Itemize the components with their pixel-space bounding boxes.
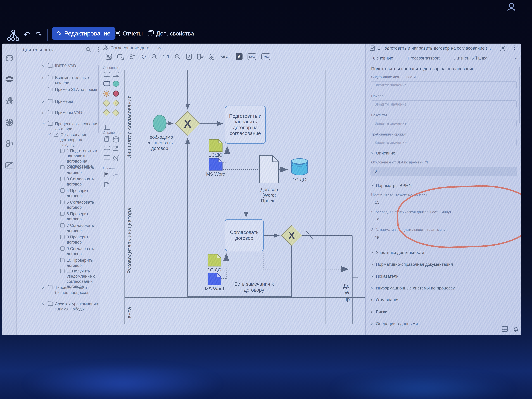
font-style-button[interactable]: A	[236, 53, 242, 60]
palette-page-shape[interactable]	[104, 181, 110, 188]
export-svg-button[interactable]: SVG	[247, 53, 256, 60]
diagram-tab[interactable]: Согласование дого... ✕	[103, 44, 161, 51]
properties-menu-icon[interactable]: ⋮	[512, 44, 517, 51]
palette-link-shape[interactable]	[112, 146, 119, 151]
section-bpmn-params[interactable]: > Параметры BPMN	[371, 183, 412, 188]
tree-item[interactable]: 9 Согласовать договор	[17, 246, 99, 256]
bell-icon[interactable]	[513, 326, 518, 332]
tree-item[interactable]: >Архитектура компании "Знамя Победы"	[17, 302, 99, 312]
palette-intermediate-event-shape[interactable]	[103, 90, 109, 97]
tree-item[interactable]: >Типовые модели бизнес-процессов	[17, 285, 99, 295]
tab-lifecycle[interactable]: Жизненный цикл	[454, 56, 488, 61]
tree-item[interactable]: 3 Согласовать договор	[17, 177, 99, 187]
document-blue-icon[interactable]	[208, 273, 221, 285]
chevron-right-icon[interactable]: >	[42, 285, 46, 290]
checkbox-icon[interactable]	[370, 45, 375, 51]
section-participants[interactable]: >Участники деятельности	[371, 250, 424, 255]
open-in-window-icon[interactable]	[499, 45, 506, 51]
palette-datastore-shape[interactable]	[112, 136, 119, 143]
section-deviations[interactable]: >Отклонения	[371, 298, 399, 302]
field-input[interactable]: Введите значение	[371, 81, 517, 89]
user-account-icon[interactable]	[506, 2, 517, 13]
zoom-out-icon[interactable]	[174, 54, 181, 60]
field-input[interactable]: Введите значение	[371, 100, 517, 108]
extra-properties-button[interactable]: Доп. свойства	[147, 28, 194, 39]
palette-callactivity-shape[interactable]	[103, 81, 110, 86]
layout-columns-icon[interactable]	[197, 54, 204, 60]
chevron-down-icon[interactable]: >	[41, 122, 46, 127]
tree-item[interactable]: 2 Согласовать договор	[17, 165, 99, 175]
tree-item[interactable]: 5 Согласовать договор	[17, 200, 99, 210]
zoom-reset-button[interactable]: 1:1	[163, 54, 169, 59]
undo-button[interactable]: ↶	[24, 30, 30, 39]
database-nav-icon[interactable]	[5, 55, 14, 62]
canvas-more-icon[interactable]: ⋮	[275, 53, 281, 60]
preview-export-icon[interactable]	[117, 54, 124, 60]
section-reference-docs[interactable]: >Нормативно-справочная документация	[371, 262, 453, 267]
tree-item[interactable]: 7 Согласовать договор	[17, 223, 99, 233]
field-input[interactable]: Введите значение	[371, 120, 517, 127]
cut-icon[interactable]	[209, 54, 215, 60]
artifact-document-shape[interactable]	[259, 155, 279, 184]
tree-item[interactable]: 8 Проверить договор	[17, 234, 99, 245]
document-blue-icon[interactable]	[209, 158, 223, 171]
tabs-chevron-down-icon[interactable]: ⌄	[514, 56, 518, 60]
palette-lane-shape[interactable]	[104, 125, 110, 130]
tab-process-passport[interactable]: ProcessPassport	[408, 56, 440, 61]
panel-divider[interactable]	[365, 44, 366, 335]
zoom-in-icon[interactable]	[151, 54, 158, 60]
tree-item[interactable]: 4 Проверить договор	[17, 188, 99, 198]
chevron-right-icon[interactable]: >	[42, 99, 46, 104]
panels-icon[interactable]	[106, 54, 112, 60]
app-logo-icon[interactable]	[7, 29, 19, 42]
palette-flow-start-shape[interactable]	[104, 171, 110, 177]
fit-screen-icon[interactable]	[186, 54, 192, 60]
chevron-right-icon[interactable]: >	[42, 110, 46, 115]
tree-item[interactable]: 10 Проверить договор	[17, 258, 99, 268]
reports-button[interactable]: Отчеты	[114, 28, 143, 39]
section-data-operations[interactable]: >Операции с данными	[371, 321, 418, 326]
tree-item[interactable]: >IDEF0-VAD	[17, 63, 99, 69]
chart-edit-nav-icon[interactable]	[5, 162, 14, 169]
palette-timer-shape[interactable]	[112, 154, 119, 161]
palette-end-event-shape[interactable]	[113, 90, 119, 97]
palette-subprocess-shape[interactable]	[113, 72, 119, 77]
chevron-right-icon[interactable]: >	[42, 302, 46, 307]
tree-item[interactable]: >Процесс согласования договора	[17, 121, 99, 132]
hexagons-nav-icon[interactable]	[5, 97, 14, 105]
tree-item[interactable]: >Согласование договора на закупку	[17, 132, 99, 147]
field-value[interactable]: 15	[375, 218, 379, 222]
activity-name-value[interactable]: Подготовить и направить договор на согла…	[371, 66, 516, 71]
document-yellow-icon[interactable]	[208, 254, 221, 266]
section-indicators[interactable]: >Показатели	[371, 274, 399, 279]
task-node[interactable]: Согласовать договор	[225, 219, 264, 251]
section-risks[interactable]: >Риски	[371, 309, 387, 314]
palette-object-shape[interactable]	[104, 146, 110, 150]
tree-item[interactable]: 6 Проверить договор	[17, 211, 99, 222]
palette-frame-shape[interactable]	[104, 155, 110, 160]
palette-start-event-shape[interactable]	[113, 81, 119, 87]
properties-scrollbar[interactable]	[519, 67, 520, 123]
palette-curve-shape[interactable]	[112, 171, 119, 177]
chevron-right-icon[interactable]: >	[42, 63, 46, 69]
table-view-icon[interactable]	[502, 326, 508, 332]
abc-rename-icon[interactable]: ABC⇢	[221, 55, 231, 59]
diagram-canvas[interactable]: Согласование дого... ✕ ↻ 1:1	[100, 44, 366, 335]
refresh-icon[interactable]: ↻	[141, 53, 146, 60]
export-png-button[interactable]: PNG	[261, 53, 270, 60]
chevron-down-icon[interactable]: >	[47, 133, 52, 137]
close-tab-icon[interactable]: ✕	[158, 45, 162, 51]
palette-task-shape[interactable]	[104, 72, 110, 77]
tree-item[interactable]: >Примеры VAD	[17, 110, 99, 115]
field-value[interactable]: 15	[375, 235, 379, 240]
start-event-node[interactable]	[153, 115, 166, 132]
people-nav-icon[interactable]	[5, 75, 14, 82]
redo-button[interactable]: ↷	[35, 30, 42, 39]
circles-nav-icon[interactable]	[5, 140, 14, 147]
chevron-right-icon[interactable]: >	[42, 76, 46, 81]
task-node[interactable]: Подготовить и направить договор на согла…	[225, 106, 266, 144]
datastore-cylinder[interactable]	[290, 157, 309, 176]
field-input[interactable]: Введите значение	[371, 139, 517, 146]
section-information-systems[interactable]: >Информационные системы по процессу	[371, 286, 455, 291]
edit-mode-button[interactable]: ✎ Редактирование	[52, 27, 115, 40]
